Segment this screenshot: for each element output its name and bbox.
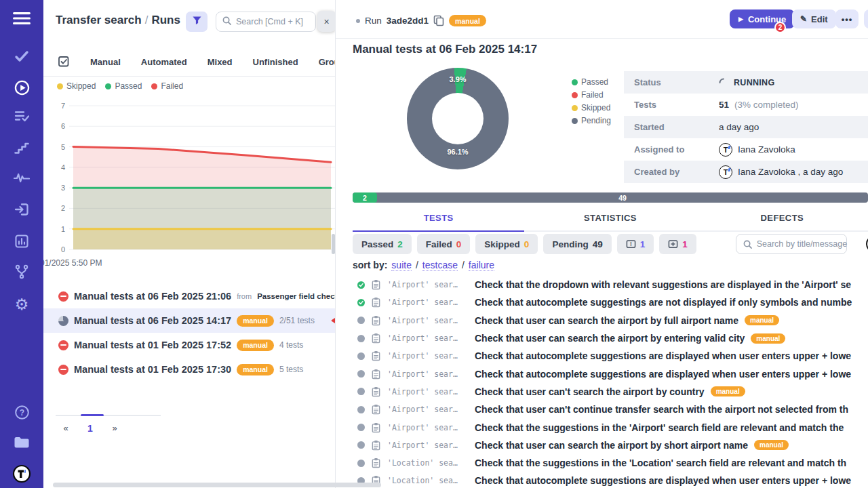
continue-notification-badge: 2: [774, 22, 786, 33]
run-title: Manual tests at 06 Feb 2025 14:17: [74, 315, 231, 326]
clipboard-icon: [371, 350, 381, 361]
help-icon[interactable]: ?: [0, 405, 43, 420]
clipped-button[interactable]: [864, 9, 868, 28]
detail-tabs: TESTSSTATISTICSDEFECTS: [353, 207, 868, 232]
test-title: Check that user can't search the airport…: [475, 386, 705, 397]
test-status-passed-icon: [357, 299, 365, 306]
test-row[interactable]: 'Airport' sear…Check that user can searc…: [336, 329, 868, 347]
test-status-pending-icon: [357, 335, 365, 342]
testomat-logo[interactable]: [0, 464, 43, 483]
reports-bar-chart-icon[interactable]: [0, 234, 43, 249]
test-row[interactable]: 'Location' sea…Check that autocomplete s…: [336, 472, 868, 488]
donut-pending-label: 96.1%: [407, 148, 509, 156]
tab-mixed[interactable]: Mixed: [208, 57, 233, 67]
tabs-divider: [43, 76, 336, 77]
runs-search-input[interactable]: Search [Cmd + K]: [216, 12, 316, 32]
filter-comment-alert[interactable]: !1: [617, 234, 654, 254]
branches-icon[interactable]: [0, 264, 43, 279]
sort-link-testcase[interactable]: testcase: [422, 260, 458, 271]
test-type-badge: manual: [751, 333, 785, 344]
donut-passed-label: 3.9%: [407, 75, 509, 83]
run-source-name: Passenger field check: [257, 292, 336, 300]
sort-link-failure[interactable]: failure: [469, 260, 494, 271]
run-type-badge: manual: [237, 364, 274, 375]
steps-icon[interactable]: [0, 142, 43, 154]
test-row[interactable]: 'Airport' sear…Check that user can searc…: [336, 312, 868, 329]
runs-play-icon[interactable]: [0, 79, 43, 96]
filter-label: Passed: [361, 239, 393, 249]
test-row[interactable]: 'Airport' sear…Check that autocomplete s…: [336, 293, 868, 311]
run-type-badge: manual: [237, 315, 274, 327]
close-panel-button[interactable]: ×: [317, 11, 336, 32]
run-row[interactable]: Manual tests at 06 Feb 2025 14:17manual2…: [43, 308, 336, 333]
tests-search-input[interactable]: Search by title/message: [736, 234, 847, 254]
pagination-prev[interactable]: «: [54, 423, 78, 434]
test-suite-name: 'Airport' sear…: [387, 316, 469, 325]
more-actions-button[interactable]: •••: [835, 9, 859, 28]
run-status-failed-icon: [58, 365, 68, 375]
pagination-track: [56, 415, 161, 416]
clipboard-icon: [371, 386, 381, 397]
settings-gear-icon[interactable]: ⚙: [0, 296, 43, 314]
filter-count: 1: [682, 239, 688, 249]
info-row-started: Starteda day ago: [624, 116, 868, 138]
run-status-bullet: [356, 19, 360, 23]
edit-button[interactable]: ✎ Edit: [792, 9, 836, 28]
test-row[interactable]: 'Airport' sear…Check that autocomplete s…: [336, 347, 868, 365]
test-row[interactable]: 'Airport' sear…Check that user can't sea…: [336, 383, 868, 401]
chart-x-axis-label: 01/2025 5:50 PM: [43, 258, 102, 268]
test-row[interactable]: 'Airport' sear…Check that the suggestion…: [336, 418, 868, 436]
projects-folder-icon[interactable]: [0, 436, 43, 449]
test-title: Check that autocomplete suggestions are …: [475, 350, 851, 361]
test-row[interactable]: 'Airport' sear…Check that autocomplete s…: [336, 365, 868, 382]
test-suite-name: 'Airport' sear…: [387, 280, 469, 289]
tab-manual[interactable]: Manual: [90, 57, 121, 67]
test-row[interactable]: 'Airport' sear…Check that user can searc…: [336, 436, 868, 454]
copy-icon[interactable]: [433, 15, 444, 26]
test-title: Check that the dropdown with relevant su…: [475, 279, 851, 290]
breadcrumb-parent[interactable]: Transfer search: [56, 14, 142, 26]
filter-skipped[interactable]: Skipped0: [475, 234, 538, 254]
svg-text:5: 5: [61, 143, 65, 151]
tab-statistics[interactable]: STATISTICS: [524, 207, 696, 232]
test-row[interactable]: 'Airport' sear…Check that user can't con…: [336, 401, 868, 418]
pagination-page-1[interactable]: 1: [78, 423, 102, 434]
filter-passed[interactable]: Passed2: [353, 234, 412, 254]
analytics-pulse-icon[interactable]: [0, 172, 43, 183]
test-plans-list-icon[interactable]: [0, 110, 43, 123]
filter-comment-add[interactable]: 1: [659, 234, 696, 254]
run-row[interactable]: Manual tests at 01 Feb 2025 17:52manual4…: [43, 333, 336, 357]
filter-pending[interactable]: Pending49: [543, 234, 611, 254]
tests-check-icon[interactable]: [0, 50, 43, 62]
menu-icon[interactable]: [0, 12, 43, 24]
test-type-badge: manual: [754, 440, 789, 450]
tab-tests[interactable]: TESTS: [353, 207, 524, 232]
comment-alert-icon: !: [626, 239, 636, 249]
vertical-scrollbar[interactable]: [332, 234, 335, 254]
import-icon[interactable]: [0, 203, 43, 216]
tab-defects[interactable]: DEFECTS: [696, 207, 868, 232]
tab-unfinished[interactable]: Unfinished: [253, 57, 298, 67]
run-row[interactable]: Manual tests at 01 Feb 2025 17:30manual5…: [43, 357, 336, 382]
run-type-badge: manual: [237, 340, 274, 351]
pagination-next[interactable]: »: [102, 423, 127, 434]
test-row[interactable]: 'Location' sea…Check that the suggestion…: [336, 454, 868, 472]
select-all-icon[interactable]: [58, 56, 70, 68]
horizontal-scrollbar[interactable]: [53, 483, 381, 487]
run-label: Run: [365, 16, 382, 26]
run-row[interactable]: Manual tests at 06 Feb 2025 21:06fromPas…: [43, 284, 336, 308]
test-suite-name: 'Airport' sear…: [387, 333, 469, 343]
pagination: « 1 »: [54, 423, 127, 434]
funnel-icon: [192, 16, 202, 28]
filter-button[interactable]: [186, 12, 208, 32]
run-reference: Run 3ade2dd1 manual: [356, 15, 486, 26]
test-row[interactable]: 'Airport' sear…Check that the dropdown w…: [336, 276, 868, 293]
clipboard-icon: [371, 315, 381, 326]
test-status-pending-icon: [357, 460, 365, 467]
filter-failed[interactable]: Failed0: [417, 234, 471, 254]
tab-groups[interactable]: Groups: [319, 57, 336, 67]
test-status-pending-icon: [357, 441, 365, 449]
donut-hole: [432, 93, 484, 144]
tab-automated[interactable]: Automated: [141, 57, 187, 67]
sort-link-suite[interactable]: suite: [391, 260, 412, 271]
